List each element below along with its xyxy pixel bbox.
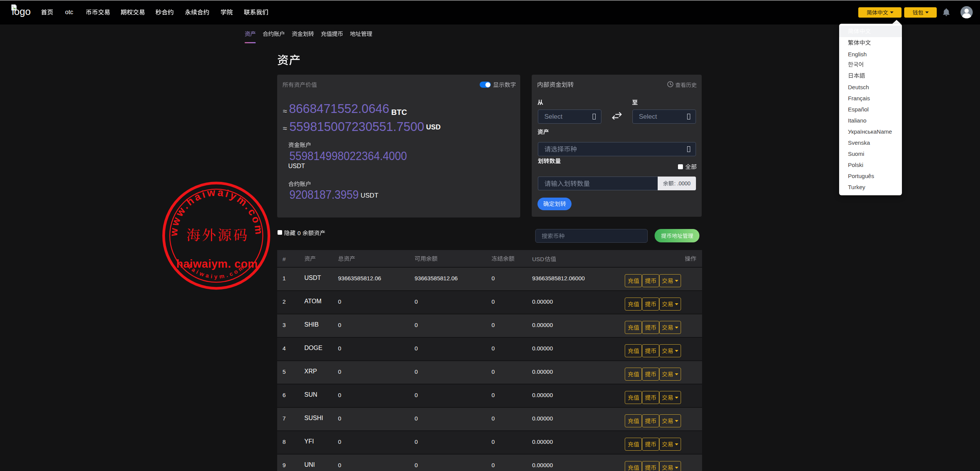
svg-text:haiwaiym. com: haiwaiym. com <box>176 258 258 270</box>
